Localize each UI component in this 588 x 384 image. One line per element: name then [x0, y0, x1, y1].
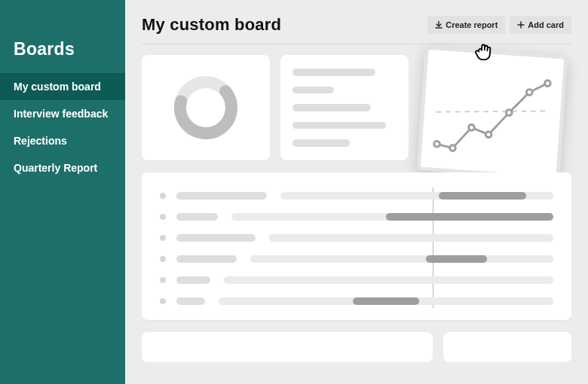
page-title: My custom board	[142, 15, 281, 35]
sidebar-item-rejections[interactable]: Rejections	[0, 127, 125, 154]
placeholder-line	[292, 104, 371, 111]
sidebar-item-label: Rejections	[14, 135, 67, 147]
bullet-icon	[160, 277, 166, 283]
plus-icon	[517, 21, 525, 29]
axis-line	[433, 187, 433, 308]
svg-point-9	[544, 81, 550, 87]
sidebar-item-label: My custom board	[14, 81, 101, 93]
sidebar-item-label: Interview feedback	[14, 108, 108, 120]
sidebar: Boards My custom board Interview feedbac…	[0, 0, 125, 384]
svg-point-7	[506, 110, 512, 116]
button-label: Add card	[528, 20, 564, 29]
bullet-icon	[160, 214, 166, 220]
bar-fill	[386, 213, 553, 221]
line-chart	[427, 56, 557, 169]
svg-point-5	[468, 124, 474, 130]
bar-list-card[interactable]	[142, 172, 571, 320]
text-placeholder-card[interactable]	[280, 55, 409, 160]
grab-cursor-icon	[472, 39, 496, 63]
main: My custom board Create report Add card	[125, 0, 588, 384]
placeholder-line	[292, 69, 375, 76]
bar-fill	[439, 192, 526, 200]
row-label-placeholder	[176, 192, 267, 200]
sidebar-item-quarterly-report[interactable]: Quarterly Report	[0, 154, 125, 181]
row-label-placeholder	[176, 255, 237, 263]
cards-row	[142, 55, 571, 160]
svg-point-3	[433, 141, 439, 147]
bar-track	[224, 276, 553, 284]
svg-point-6	[485, 132, 492, 138]
bar-row	[160, 192, 553, 200]
bullet-icon	[160, 298, 166, 304]
line-chart-card-dragging[interactable]	[416, 46, 568, 181]
button-label: Create report	[446, 20, 498, 29]
card-peek[interactable]	[443, 332, 571, 362]
bar-row	[160, 255, 553, 263]
sidebar-title: Boards	[0, 39, 125, 73]
bar-row	[160, 276, 553, 284]
bar-fill	[353, 297, 420, 305]
bullet-icon	[160, 193, 166, 199]
bar-track	[269, 234, 553, 242]
header-actions: Create report Add card	[427, 16, 571, 34]
bar-track	[231, 213, 553, 221]
row-label-placeholder	[176, 297, 205, 305]
row-label-placeholder	[176, 276, 210, 284]
svg-point-8	[526, 89, 532, 95]
row-label-placeholder	[176, 213, 218, 221]
bar-track	[250, 255, 553, 263]
sidebar-item-label: Quarterly Report	[14, 162, 97, 174]
donut-chart	[168, 70, 243, 145]
bullet-icon	[160, 256, 166, 262]
bottom-row	[142, 332, 571, 362]
placeholder-line	[292, 139, 350, 147]
download-icon	[435, 21, 443, 29]
sidebar-item-interview-feedback[interactable]: Interview feedback	[0, 100, 125, 127]
sidebar-item-my-custom-board[interactable]: My custom board	[0, 73, 125, 100]
header-divider	[142, 44, 571, 44]
bar-fill	[426, 255, 486, 263]
row-label-placeholder	[176, 234, 256, 242]
svg-point-4	[449, 145, 455, 151]
bar-row	[160, 234, 553, 242]
bar-row	[160, 213, 553, 221]
bar-track	[219, 297, 553, 305]
svg-line-2	[436, 103, 549, 120]
bar-row	[160, 297, 553, 305]
placeholder-line	[292, 122, 386, 130]
bar-track	[280, 192, 553, 200]
header: My custom board Create report Add card	[142, 15, 571, 35]
card-peek[interactable]	[142, 332, 433, 362]
donut-card[interactable]	[142, 55, 270, 160]
bullet-icon	[160, 235, 166, 241]
placeholder-line	[292, 87, 334, 94]
create-report-button[interactable]: Create report	[427, 16, 505, 34]
add-card-button[interactable]: Add card	[510, 16, 571, 34]
